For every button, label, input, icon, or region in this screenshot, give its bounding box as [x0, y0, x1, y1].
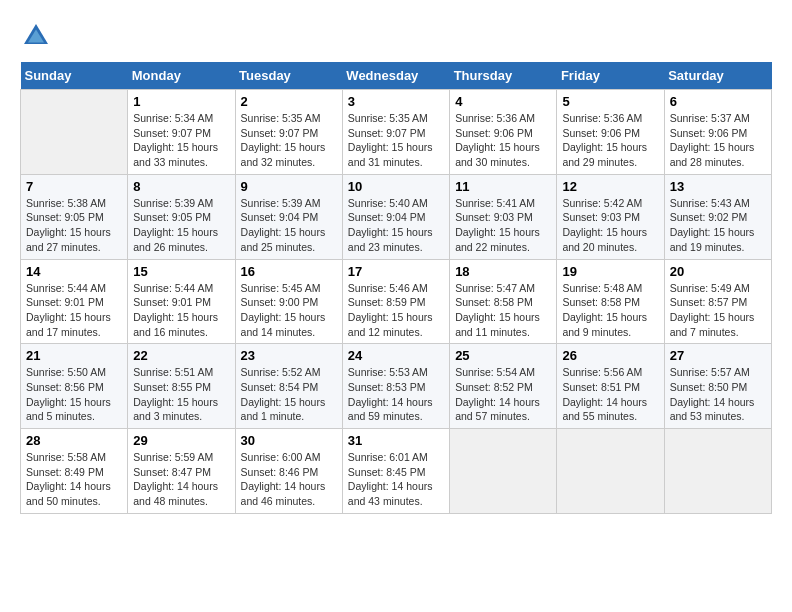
day-cell: 17Sunrise: 5:46 AM Sunset: 8:59 PM Dayli… [342, 259, 449, 344]
day-cell: 16Sunrise: 5:45 AM Sunset: 9:00 PM Dayli… [235, 259, 342, 344]
week-row-4: 21Sunrise: 5:50 AM Sunset: 8:56 PM Dayli… [21, 344, 772, 429]
day-number: 24 [348, 348, 444, 363]
day-number: 27 [670, 348, 766, 363]
day-number: 31 [348, 433, 444, 448]
day-info: Sunrise: 5:51 AM Sunset: 8:55 PM Dayligh… [133, 365, 229, 424]
week-row-3: 14Sunrise: 5:44 AM Sunset: 9:01 PM Dayli… [21, 259, 772, 344]
day-cell [557, 429, 664, 514]
day-cell: 30Sunrise: 6:00 AM Sunset: 8:46 PM Dayli… [235, 429, 342, 514]
day-info: Sunrise: 5:50 AM Sunset: 8:56 PM Dayligh… [26, 365, 122, 424]
day-number: 22 [133, 348, 229, 363]
day-info: Sunrise: 6:01 AM Sunset: 8:45 PM Dayligh… [348, 450, 444, 509]
header-row: SundayMondayTuesdayWednesdayThursdayFrid… [21, 62, 772, 90]
day-info: Sunrise: 5:56 AM Sunset: 8:51 PM Dayligh… [562, 365, 658, 424]
day-cell: 27Sunrise: 5:57 AM Sunset: 8:50 PM Dayli… [664, 344, 771, 429]
day-info: Sunrise: 5:37 AM Sunset: 9:06 PM Dayligh… [670, 111, 766, 170]
day-info: Sunrise: 5:59 AM Sunset: 8:47 PM Dayligh… [133, 450, 229, 509]
day-cell: 10Sunrise: 5:40 AM Sunset: 9:04 PM Dayli… [342, 174, 449, 259]
day-number: 30 [241, 433, 337, 448]
day-cell [664, 429, 771, 514]
day-info: Sunrise: 5:42 AM Sunset: 9:03 PM Dayligh… [562, 196, 658, 255]
day-info: Sunrise: 6:00 AM Sunset: 8:46 PM Dayligh… [241, 450, 337, 509]
day-number: 14 [26, 264, 122, 279]
day-cell: 19Sunrise: 5:48 AM Sunset: 8:58 PM Dayli… [557, 259, 664, 344]
day-cell: 26Sunrise: 5:56 AM Sunset: 8:51 PM Dayli… [557, 344, 664, 429]
day-number: 1 [133, 94, 229, 109]
day-cell: 29Sunrise: 5:59 AM Sunset: 8:47 PM Dayli… [128, 429, 235, 514]
day-info: Sunrise: 5:46 AM Sunset: 8:59 PM Dayligh… [348, 281, 444, 340]
day-number: 29 [133, 433, 229, 448]
day-cell: 5Sunrise: 5:36 AM Sunset: 9:06 PM Daylig… [557, 90, 664, 175]
day-info: Sunrise: 5:35 AM Sunset: 9:07 PM Dayligh… [348, 111, 444, 170]
day-number: 25 [455, 348, 551, 363]
day-number: 7 [26, 179, 122, 194]
day-number: 3 [348, 94, 444, 109]
logo [20, 20, 56, 52]
day-number: 26 [562, 348, 658, 363]
day-number: 15 [133, 264, 229, 279]
day-cell: 15Sunrise: 5:44 AM Sunset: 9:01 PM Dayli… [128, 259, 235, 344]
day-cell: 25Sunrise: 5:54 AM Sunset: 8:52 PM Dayli… [450, 344, 557, 429]
week-row-5: 28Sunrise: 5:58 AM Sunset: 8:49 PM Dayli… [21, 429, 772, 514]
day-info: Sunrise: 5:52 AM Sunset: 8:54 PM Dayligh… [241, 365, 337, 424]
col-header-tuesday: Tuesday [235, 62, 342, 90]
col-header-wednesday: Wednesday [342, 62, 449, 90]
day-number: 19 [562, 264, 658, 279]
day-cell: 2Sunrise: 5:35 AM Sunset: 9:07 PM Daylig… [235, 90, 342, 175]
day-info: Sunrise: 5:41 AM Sunset: 9:03 PM Dayligh… [455, 196, 551, 255]
day-cell: 18Sunrise: 5:47 AM Sunset: 8:58 PM Dayli… [450, 259, 557, 344]
day-info: Sunrise: 5:35 AM Sunset: 9:07 PM Dayligh… [241, 111, 337, 170]
col-header-sunday: Sunday [21, 62, 128, 90]
day-cell: 9Sunrise: 5:39 AM Sunset: 9:04 PM Daylig… [235, 174, 342, 259]
col-header-friday: Friday [557, 62, 664, 90]
day-info: Sunrise: 5:49 AM Sunset: 8:57 PM Dayligh… [670, 281, 766, 340]
day-info: Sunrise: 5:39 AM Sunset: 9:04 PM Dayligh… [241, 196, 337, 255]
day-cell: 8Sunrise: 5:39 AM Sunset: 9:05 PM Daylig… [128, 174, 235, 259]
day-cell: 6Sunrise: 5:37 AM Sunset: 9:06 PM Daylig… [664, 90, 771, 175]
day-number: 9 [241, 179, 337, 194]
day-cell: 31Sunrise: 6:01 AM Sunset: 8:45 PM Dayli… [342, 429, 449, 514]
day-number: 16 [241, 264, 337, 279]
col-header-thursday: Thursday [450, 62, 557, 90]
day-number: 10 [348, 179, 444, 194]
day-cell: 4Sunrise: 5:36 AM Sunset: 9:06 PM Daylig… [450, 90, 557, 175]
day-info: Sunrise: 5:38 AM Sunset: 9:05 PM Dayligh… [26, 196, 122, 255]
day-cell: 7Sunrise: 5:38 AM Sunset: 9:05 PM Daylig… [21, 174, 128, 259]
day-number: 8 [133, 179, 229, 194]
day-cell: 11Sunrise: 5:41 AM Sunset: 9:03 PM Dayli… [450, 174, 557, 259]
day-info: Sunrise: 5:57 AM Sunset: 8:50 PM Dayligh… [670, 365, 766, 424]
calendar-table: SundayMondayTuesdayWednesdayThursdayFrid… [20, 62, 772, 514]
day-info: Sunrise: 5:53 AM Sunset: 8:53 PM Dayligh… [348, 365, 444, 424]
day-info: Sunrise: 5:44 AM Sunset: 9:01 PM Dayligh… [26, 281, 122, 340]
day-cell: 24Sunrise: 5:53 AM Sunset: 8:53 PM Dayli… [342, 344, 449, 429]
day-cell: 21Sunrise: 5:50 AM Sunset: 8:56 PM Dayli… [21, 344, 128, 429]
day-info: Sunrise: 5:36 AM Sunset: 9:06 PM Dayligh… [562, 111, 658, 170]
day-info: Sunrise: 5:54 AM Sunset: 8:52 PM Dayligh… [455, 365, 551, 424]
day-cell: 12Sunrise: 5:42 AM Sunset: 9:03 PM Dayli… [557, 174, 664, 259]
day-cell [21, 90, 128, 175]
day-cell: 3Sunrise: 5:35 AM Sunset: 9:07 PM Daylig… [342, 90, 449, 175]
day-cell: 14Sunrise: 5:44 AM Sunset: 9:01 PM Dayli… [21, 259, 128, 344]
logo-icon [20, 20, 52, 52]
day-number: 28 [26, 433, 122, 448]
day-info: Sunrise: 5:43 AM Sunset: 9:02 PM Dayligh… [670, 196, 766, 255]
day-info: Sunrise: 5:36 AM Sunset: 9:06 PM Dayligh… [455, 111, 551, 170]
day-cell: 22Sunrise: 5:51 AM Sunset: 8:55 PM Dayli… [128, 344, 235, 429]
day-number: 11 [455, 179, 551, 194]
day-number: 6 [670, 94, 766, 109]
day-number: 23 [241, 348, 337, 363]
day-number: 5 [562, 94, 658, 109]
col-header-monday: Monday [128, 62, 235, 90]
week-row-1: 1Sunrise: 5:34 AM Sunset: 9:07 PM Daylig… [21, 90, 772, 175]
day-info: Sunrise: 5:34 AM Sunset: 9:07 PM Dayligh… [133, 111, 229, 170]
day-cell [450, 429, 557, 514]
day-info: Sunrise: 5:39 AM Sunset: 9:05 PM Dayligh… [133, 196, 229, 255]
day-number: 18 [455, 264, 551, 279]
week-row-2: 7Sunrise: 5:38 AM Sunset: 9:05 PM Daylig… [21, 174, 772, 259]
day-cell: 1Sunrise: 5:34 AM Sunset: 9:07 PM Daylig… [128, 90, 235, 175]
day-number: 20 [670, 264, 766, 279]
day-info: Sunrise: 5:45 AM Sunset: 9:00 PM Dayligh… [241, 281, 337, 340]
day-number: 2 [241, 94, 337, 109]
day-info: Sunrise: 5:40 AM Sunset: 9:04 PM Dayligh… [348, 196, 444, 255]
day-cell: 28Sunrise: 5:58 AM Sunset: 8:49 PM Dayli… [21, 429, 128, 514]
